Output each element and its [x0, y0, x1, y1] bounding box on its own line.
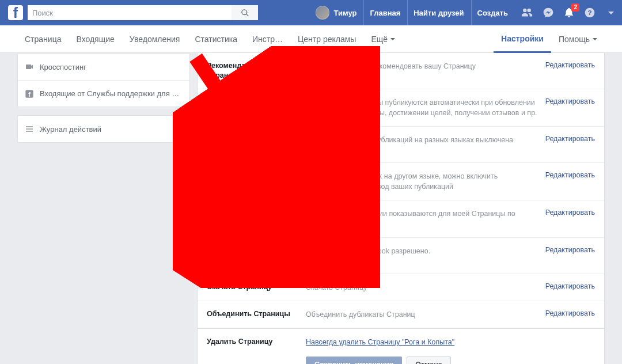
- delete-page-link[interactable]: Навсегда удалить Страницу "Рога и Копыта…: [306, 338, 454, 346]
- account-menu-caret[interactable]: [608, 12, 614, 14]
- row-auto-translate: Автоматический перевод Для людей, говоря…: [198, 163, 604, 200]
- sidebar-item-label: Кросспостинг: [40, 63, 86, 71]
- tab-insights[interactable]: Статистика: [187, 25, 245, 52]
- svg-text:f: f: [28, 90, 31, 97]
- facebook-logo[interactable]: f: [8, 5, 23, 20]
- row-description: Обновления Страницы публикуются автомати…: [306, 97, 538, 118]
- search-bar: [28, 5, 258, 20]
- edit-link[interactable]: Редактировать: [545, 309, 595, 317]
- search-icon: [241, 9, 249, 17]
- row-description: Скачать Страницу: [306, 282, 538, 293]
- video-icon: [25, 62, 34, 71]
- save-changes-button[interactable]: Сохранить изменения: [306, 357, 402, 364]
- tab-more[interactable]: Ещё: [363, 25, 403, 52]
- messenger-icon[interactable]: [543, 7, 554, 18]
- svg-text:?: ?: [587, 9, 591, 16]
- sidebar-item-crossposting[interactable]: Кросспостинг: [18, 54, 189, 80]
- row-multilanguage: Публикации на разных языках Функция напи…: [198, 127, 604, 163]
- facebook-square-icon: f: [25, 89, 34, 98]
- open-external-icon: [173, 124, 183, 134]
- row-label: Рейтинг комментариев: [207, 208, 299, 218]
- row-label: Удалить Страницу: [207, 337, 299, 347]
- tab-inbox[interactable]: Входящие: [69, 25, 122, 52]
- content-area: Кросспостинг f Входящие от Службы поддер…: [0, 53, 622, 364]
- settings-sidebar: Кросспостинг f Входящие от Службы поддер…: [17, 53, 190, 364]
- row-download-page: Скачать Страницу Скачать Страницу Редакт…: [198, 274, 604, 301]
- row-label: Распространение контента: [207, 246, 299, 266]
- tab-help[interactable]: Помощь: [551, 25, 605, 52]
- edit-link[interactable]: Редактировать: [545, 246, 595, 254]
- tab-settings[interactable]: Настройки: [494, 25, 551, 53]
- row-similar-pages: Рекомендации похожих Страниц Укажите, мо…: [198, 53, 604, 89]
- row-body: Навсегда удалить Страницу "Рога и Копыта…: [306, 337, 595, 364]
- notifications-icon[interactable]: 2: [563, 7, 575, 18]
- row-label: Скачать Страницу: [207, 282, 299, 292]
- row-merge-pages: Объединить Страницы Объединить дубликаты…: [198, 301, 604, 328]
- list-icon: [25, 124, 34, 134]
- row-description: Для людей, говорящих на другом языке, мо…: [306, 171, 538, 192]
- row-description: Функция написания публикаций на разных я…: [306, 135, 538, 145]
- help-icon[interactable]: ?: [584, 7, 596, 18]
- edit-link[interactable]: Редактировать: [545, 282, 595, 290]
- edit-link[interactable]: Редактировать: [545, 61, 595, 69]
- row-label: Рекомендации похожих Страниц: [207, 61, 299, 81]
- row-description: Объединить дубликаты Страниц: [306, 309, 538, 320]
- row-comment-ranking: Рейтинг комментариев Новейшие комментари…: [198, 200, 604, 238]
- avatar[interactable]: [316, 6, 329, 20]
- row-label: Объединить Страницы: [207, 309, 299, 319]
- nav-create[interactable]: Создать: [471, 0, 514, 25]
- topbar-icons: 2 ?: [521, 6, 614, 19]
- username-link[interactable]: Тимур: [333, 0, 363, 25]
- edit-link[interactable]: Редактировать: [545, 208, 595, 217]
- row-description: Скачивание на Facebook разрешено.: [306, 246, 538, 256]
- row-content-distribution: Распространение контента Скачивание на F…: [198, 238, 604, 274]
- cancel-button[interactable]: Отмена: [407, 357, 451, 364]
- row-label: Публикации на разных языках: [207, 135, 299, 154]
- sidebar-item-support-inbox[interactable]: f Входящие от Службы поддержки для Стран…: [18, 80, 189, 107]
- sidebar-item-label: Журнал действий: [40, 125, 101, 134]
- row-delete-page: Удалить Страницу Навсегда удалить Страни…: [198, 328, 604, 364]
- search-button[interactable]: [232, 5, 258, 20]
- search-input[interactable]: [28, 5, 232, 20]
- sidebar-item-label: Входящие от Службы поддержки для Страниц…: [40, 89, 183, 98]
- tab-page[interactable]: Страница: [17, 25, 69, 52]
- tab-ads[interactable]: Центр рекламы: [290, 25, 363, 52]
- edit-link[interactable]: Редактировать: [545, 135, 595, 143]
- page-tabs: Страница Входящие Уведомления Статистика…: [0, 25, 622, 53]
- tab-notifications[interactable]: Уведомления: [122, 25, 188, 52]
- row-page-updates: Обновления Страницы Обновления Страницы …: [198, 89, 604, 127]
- row-label: Автоматический перевод: [207, 171, 299, 181]
- topbar-right: Тимур Главная Найти друзей Создать 2 ?: [316, 0, 614, 25]
- edit-link[interactable]: Редактировать: [545, 171, 595, 179]
- row-description: Новейшие комментарии показываются для мо…: [306, 208, 538, 229]
- nav-find-friends[interactable]: Найти друзей: [407, 0, 469, 25]
- edit-link[interactable]: Редактировать: [545, 97, 595, 105]
- row-label: Обновления Страницы: [207, 97, 299, 107]
- sidebar-item-activity-log[interactable]: Журнал действий: [18, 116, 189, 142]
- nav-home[interactable]: Главная: [363, 0, 406, 25]
- tab-tools[interactable]: Инстр…: [245, 25, 290, 52]
- friends-icon[interactable]: [521, 6, 533, 19]
- settings-panel: Рекомендации похожих Страниц Укажите, мо…: [197, 53, 605, 364]
- topbar: f Тимур Главная Найти друзей Создать 2 ?: [0, 0, 622, 25]
- row-description: Укажите, можно ли рекомендовать вашу Стр…: [306, 61, 538, 71]
- notifications-badge: 2: [571, 3, 579, 12]
